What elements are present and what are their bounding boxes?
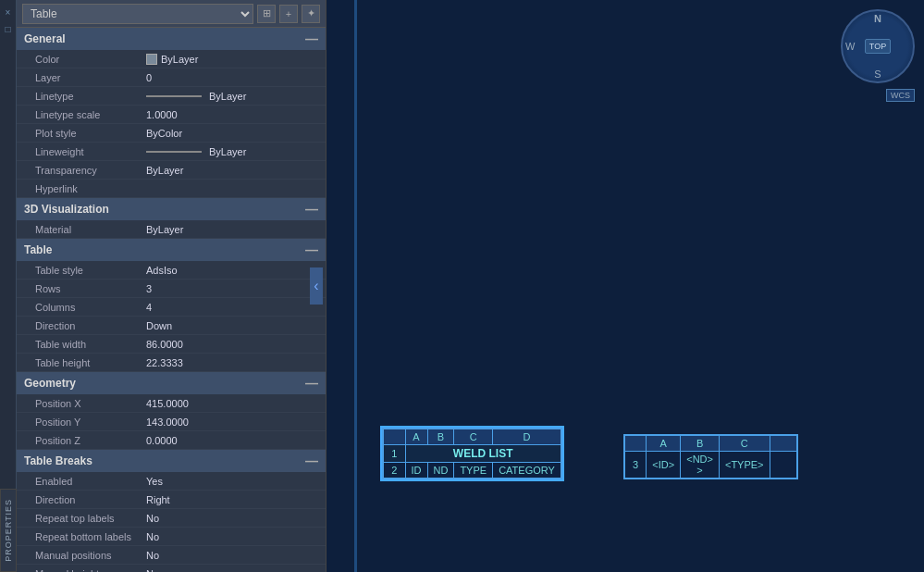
prop-table-width-value[interactable]: 86.0000 — [146, 339, 318, 350]
far-left-strip: × □ — [0, 0, 17, 572]
prop-table-style-value[interactable]: AdsIso — [146, 265, 318, 276]
prop-break-direction-value[interactable]: Right — [146, 494, 318, 505]
table-cell-nd[interactable]: ND — [427, 463, 454, 479]
prop-table-style: Table style AdsIso — [17, 261, 326, 280]
prop-direction: Direction Down — [17, 317, 326, 335]
prop-repeat-top-value[interactable]: No — [146, 513, 318, 524]
prop-color: Color ByLayer — [17, 50, 326, 68]
section-table-breaks-label: Table Breaks — [24, 454, 92, 467]
table2-col-a: A — [647, 435, 681, 452]
far-left-icon-2[interactable]: □ — [2, 22, 15, 35]
table-cell-category[interactable]: CATEGORY — [493, 463, 561, 479]
prop-pos-y-label: Position Y — [35, 417, 146, 428]
prop-direction-value[interactable]: Down — [146, 320, 318, 331]
prop-color-label: Color — [35, 54, 146, 65]
prop-transparency: Transparency ByLayer — [17, 161, 326, 180]
prop-layer: Layer 0 — [17, 68, 326, 87]
panel-icon-grid[interactable]: ⊞ — [257, 5, 276, 23]
prop-pos-x-value[interactable]: 415.0000 — [146, 398, 318, 409]
section-geometry-collapse[interactable]: — — [305, 376, 318, 391]
table-title-cell[interactable]: WELD LIST — [405, 445, 561, 463]
prop-repeat-top-label: Repeat top labels — [35, 513, 146, 524]
prop-repeat-bottom-label: Repeat bottom labels — [35, 531, 146, 542]
prop-pos-z-value[interactable]: 0.0000 — [146, 435, 318, 446]
section-visualization-collapse[interactable]: — — [305, 202, 318, 217]
prop-enabled-value[interactable]: Yes — [146, 476, 318, 487]
section-table[interactable]: Table — — [17, 239, 326, 261]
prop-break-direction-label: Direction — [35, 494, 146, 505]
compass-top-button[interactable]: TOP — [865, 39, 891, 54]
prop-material-value[interactable]: ByLayer — [146, 224, 318, 235]
properties-side-tab[interactable]: PROPERTIES — [0, 489, 17, 572]
prop-manual-heights: Manual heights No — [17, 565, 326, 572]
prop-lineweight-value[interactable]: ByLayer — [146, 146, 318, 157]
section-table-collapse[interactable]: — — [305, 242, 318, 257]
prop-layer-value[interactable]: 0 — [146, 72, 318, 83]
prop-break-direction: Direction Right — [17, 491, 326, 509]
prop-table-height-value[interactable]: 22.3333 — [146, 357, 318, 368]
prop-pos-y-value[interactable]: 143.0000 — [146, 417, 318, 428]
linetype-line — [146, 95, 202, 97]
table2-cell-nd[interactable]: <ND>> — [681, 452, 720, 479]
table2-col-d-partial — [770, 435, 797, 452]
prop-transparency-value[interactable]: ByLayer — [146, 165, 318, 176]
section-geometry-label: Geometry — [24, 377, 76, 390]
table2-col-b: B — [681, 435, 720, 452]
table-cell-id[interactable]: ID — [405, 463, 427, 479]
prop-color-value[interactable]: ByLayer — [146, 54, 318, 65]
table-cell-type[interactable]: TYPE — [454, 463, 493, 479]
prop-table-style-label: Table style — [35, 265, 146, 276]
section-general[interactable]: General — — [17, 28, 326, 50]
prop-manual-heights-label: Manual heights — [35, 568, 146, 573]
prop-manual-positions-label: Manual positions — [35, 550, 146, 561]
section-general-collapse[interactable]: — — [305, 31, 318, 46]
prop-columns-value[interactable]: 4 — [146, 302, 318, 313]
table2-corner — [624, 435, 647, 452]
properties-side-tab-label: PROPERTIES — [4, 499, 13, 562]
prop-plot-style-value[interactable]: ByColor — [146, 128, 318, 139]
section-table-label: Table — [24, 243, 52, 256]
panel-collapse-arrow[interactable]: ‹ — [310, 267, 323, 305]
prop-table-height-label: Table height — [35, 357, 146, 368]
prop-table-width: Table width 86.0000 — [17, 335, 326, 354]
lineweight-line — [146, 151, 202, 153]
prop-transparency-label: Transparency — [35, 165, 146, 176]
cad-table-secondary[interactable]: A B C 3 <ID> <ND>> <TYPE> — [623, 434, 798, 479]
far-left-icon-1[interactable]: × — [2, 6, 15, 19]
prop-pos-z-label: Position Z — [35, 435, 146, 446]
panel-header: Table ⊞ + ✦ — [17, 0, 326, 28]
prop-linetype-value[interactable]: ByLayer — [146, 91, 318, 102]
prop-manual-positions-value[interactable]: No — [146, 550, 318, 561]
properties-panel: Table ⊞ + ✦ General — Color ByLayer Laye… — [17, 0, 326, 572]
prop-pos-x: Position X 415.0000 — [17, 394, 326, 413]
section-general-label: General — [24, 32, 66, 45]
prop-table-height: Table height 22.3333 — [17, 354, 326, 372]
section-table-breaks-collapse[interactable]: — — [305, 454, 318, 468]
prop-lineweight-label: Lineweight — [35, 146, 146, 157]
prop-repeat-bottom-value[interactable]: No — [146, 531, 318, 542]
prop-linetype-label: Linetype — [35, 91, 146, 102]
section-geometry[interactable]: Geometry — — [17, 372, 326, 394]
prop-plot-style-label: Plot style — [35, 128, 146, 139]
table-row-num-1: 1 — [383, 445, 405, 463]
prop-repeat-top: Repeat top labels No — [17, 509, 326, 528]
table2-cell-id[interactable]: <ID> — [647, 452, 681, 479]
wcs-button[interactable]: WCS — [886, 89, 915, 102]
cad-table-main[interactable]: A B C D 1 WELD LIST 2 ID ND TYPE CATEGOR… — [382, 428, 562, 479]
section-visualization-label: 3D Visualization — [24, 203, 109, 216]
canvas-left-line — [354, 0, 357, 572]
prop-rows-value[interactable]: 3 — [146, 283, 318, 294]
prop-manual-heights-value[interactable]: No — [146, 568, 318, 573]
compass-south: S — [874, 68, 881, 80]
prop-linetype-scale-value[interactable]: 1.0000 — [146, 109, 318, 120]
panel-icon-star[interactable]: ✦ — [302, 5, 320, 23]
prop-linetype-scale-label: Linetype scale — [35, 109, 146, 120]
panel-title-dropdown[interactable]: Table — [22, 4, 253, 24]
table2-cell-type[interactable]: <TYPE> — [719, 452, 770, 479]
prop-material-label: Material — [35, 224, 146, 235]
panel-icon-plus[interactable]: + — [279, 5, 298, 23]
section-table-breaks[interactable]: Table Breaks — — [17, 450, 326, 472]
prop-rows: Rows 3 — [17, 280, 326, 298]
section-visualization[interactable]: 3D Visualization — — [17, 198, 326, 220]
prop-hyperlink-label: Hyperlink — [35, 183, 146, 194]
